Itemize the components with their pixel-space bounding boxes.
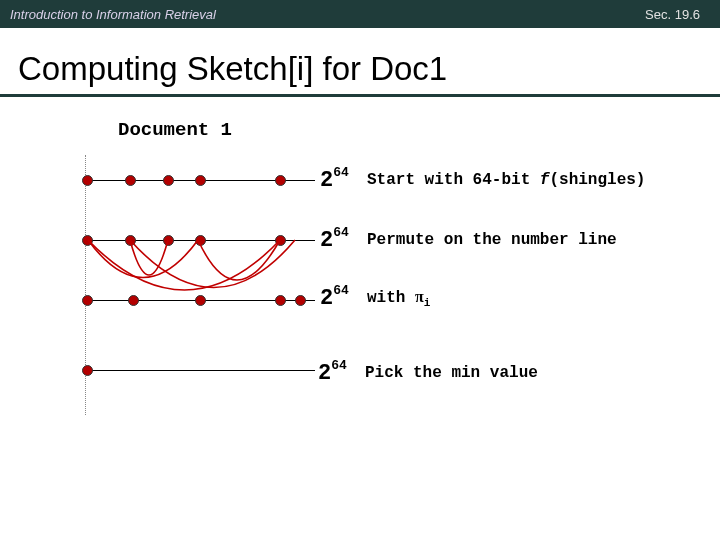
two-to-64-label-3: 264 [320,285,349,311]
shingle-dot [195,295,206,306]
step-4-text: Pick the min value [365,364,538,382]
shingle-dot [163,175,174,186]
shingle-dot [275,295,286,306]
number-line-4 [85,370,315,371]
power-base: 2 [320,168,333,193]
step-2-text: Permute on the number line [367,231,617,249]
content-area: Document 1 264 Start with 64-bit f(shing… [0,97,720,455]
shingle-dot [195,175,206,186]
slide-header: Introduction to Information Retrieval Se… [0,0,720,28]
two-to-64-label-4: 264 [318,360,347,386]
course-title: Introduction to Information Retrieval [10,7,216,22]
power-exp: 64 [333,283,349,298]
shingle-dot [275,175,286,186]
shingle-dot [82,175,93,186]
two-to-64-label-2: 264 [320,227,349,253]
shingle-dot [82,295,93,306]
step-1-text: Start with 64-bit f(shingles) [367,171,645,189]
power-base: 2 [318,361,331,386]
permutation-arcs [85,240,315,302]
section-number: Sec. 19.6 [645,7,710,22]
shingle-dot [125,175,136,186]
diagram-area: 264 Start with 64-bit f(shingles) 264 Pe… [0,155,720,455]
document-label: Document 1 [118,119,720,141]
two-to-64-label-1: 264 [320,167,349,193]
power-base: 2 [320,286,333,311]
shingle-dot [295,295,306,306]
slide-title: Computing Sketch[i] for Doc1 [0,28,720,94]
step-3-text: with πi [367,288,430,309]
power-exp: 64 [331,358,347,373]
power-base: 2 [320,228,333,253]
power-exp: 64 [333,225,349,240]
shingle-dot [128,295,139,306]
power-exp: 64 [333,165,349,180]
shingle-dot [82,365,93,376]
